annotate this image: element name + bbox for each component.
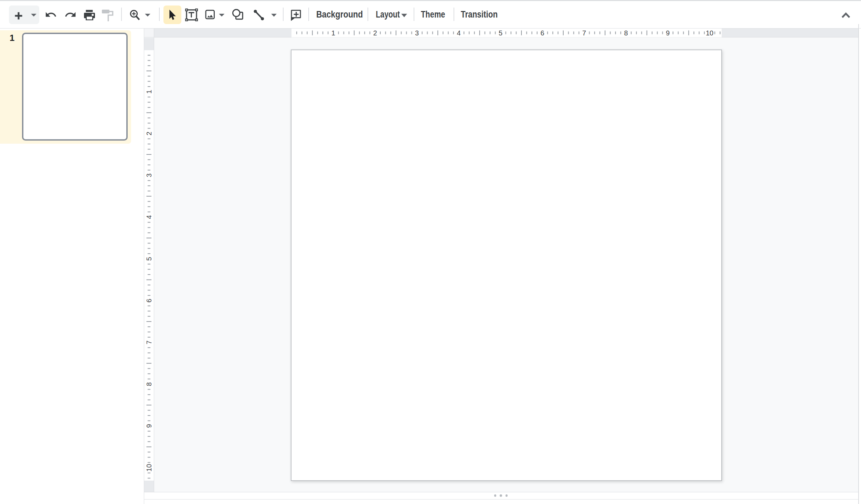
svg-text:8: 8 <box>145 382 153 386</box>
svg-text:6: 6 <box>145 299 153 303</box>
svg-text:10: 10 <box>145 464 153 471</box>
svg-text:2: 2 <box>145 132 153 135</box>
svg-text:3: 3 <box>145 173 153 177</box>
svg-text:3: 3 <box>415 29 418 37</box>
svg-text:5: 5 <box>498 29 502 37</box>
svg-text:5: 5 <box>145 257 153 261</box>
svg-text:2: 2 <box>373 29 377 37</box>
svg-text:9: 9 <box>145 424 153 428</box>
svg-text:4: 4 <box>457 29 460 37</box>
svg-text:9: 9 <box>666 29 669 37</box>
svg-text:1: 1 <box>145 90 153 94</box>
svg-text:7: 7 <box>582 29 586 37</box>
svg-text:4: 4 <box>145 215 153 219</box>
svg-text:10: 10 <box>705 29 713 37</box>
svg-text:6: 6 <box>540 29 544 37</box>
svg-text:1: 1 <box>331 29 335 37</box>
svg-text:7: 7 <box>145 340 153 344</box>
svg-text:8: 8 <box>624 29 628 37</box>
